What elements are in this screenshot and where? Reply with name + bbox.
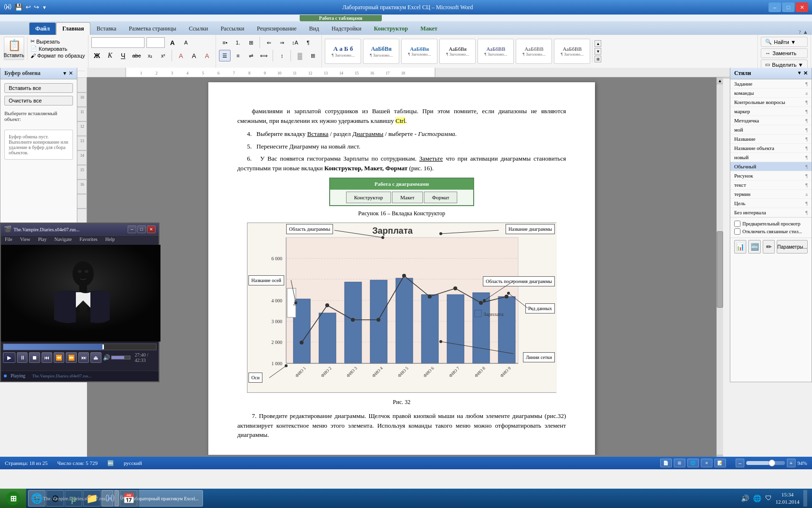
taskbar-chrome-icon[interactable]: ⊙ xyxy=(46,490,64,507)
preview-checkbox[interactable] xyxy=(734,221,740,227)
multilevel-list-button[interactable]: ⊞ xyxy=(245,37,257,48)
show-marks-button[interactable]: ¶ xyxy=(302,37,314,48)
tab-mailings[interactable]: Рассылки xyxy=(214,22,250,35)
tab-maket-sub[interactable]: Макет xyxy=(392,192,422,204)
minimize-button[interactable]: – xyxy=(768,2,781,12)
styles-panel-close[interactable]: ✕ xyxy=(803,70,808,76)
style-gallery-item-2[interactable]: АаБбВя ¶ Заголово... xyxy=(363,39,399,64)
style-item-название[interactable]: Название¶ xyxy=(730,134,812,144)
tab-view[interactable]: Вид xyxy=(303,22,326,35)
style-item-мой[interactable]: мой¶ xyxy=(730,125,812,134)
styles-more[interactable]: ⊞ xyxy=(594,56,601,62)
mp-menu-file[interactable]: File xyxy=(1,236,16,245)
start-button[interactable]: ⊞ xyxy=(0,489,26,508)
linked-checkbox-label[interactable]: Отключить связанные стил... xyxy=(734,228,808,235)
styles-scroll-down[interactable]: ▼ xyxy=(594,48,601,55)
style-item-термин[interactable]: терминa xyxy=(730,190,812,199)
decrease-indent-button[interactable]: ⇐ xyxy=(263,37,275,48)
view-outline-btn[interactable]: ≡ xyxy=(701,459,712,467)
tab-insert[interactable]: Вставка xyxy=(90,22,123,35)
mp-eject-btn[interactable]: ⏏ xyxy=(90,352,101,363)
style-gallery-item-6[interactable]: АаБбВВ ¶ Заголово... xyxy=(516,39,552,64)
style-item-без-интервала[interactable]: Без интервала¶ xyxy=(730,208,812,217)
style-item-рисунок[interactable]: Рисунок¶ xyxy=(730,171,812,180)
zoom-slider[interactable] xyxy=(746,461,785,465)
mp-maximize-btn[interactable]: □ xyxy=(137,225,146,233)
sort-button[interactable]: ↕A xyxy=(289,37,301,48)
quick-access-undo[interactable]: ↩ xyxy=(26,3,31,11)
clear-all-button[interactable]: Очистить все xyxy=(4,96,73,105)
style-item-команды[interactable]: командыa xyxy=(730,89,812,98)
zoom-thumb[interactable] xyxy=(768,460,775,466)
font-size-input[interactable]: 11 xyxy=(146,37,165,48)
bullets-button[interactable]: ≡• xyxy=(219,37,231,48)
borders-button[interactable]: ⊞ xyxy=(307,50,319,61)
shading-button[interactable]: ▓ xyxy=(294,50,305,61)
style-item-контрольные-вопросы[interactable]: Контрольные вопросы¶ xyxy=(730,98,812,107)
maximize-button[interactable]: □ xyxy=(782,2,795,12)
paste-button[interactable]: 📋 Вставить xyxy=(4,37,24,60)
mp-progress-bar[interactable] xyxy=(3,344,157,350)
justify-button[interactable]: ⟺ xyxy=(258,50,270,61)
styles-panel-pin[interactable]: ▼ xyxy=(797,70,802,76)
vertical-scrollbar[interactable]: ▼ ▲ xyxy=(716,77,723,462)
mp-pause-btn[interactable]: ⏸ xyxy=(17,352,28,363)
tab-page-layout[interactable]: Разметка страницы xyxy=(123,22,183,35)
taskbar-clock[interactable]: 15:34 12.01.2014 xyxy=(776,491,800,506)
mp-minimize-btn[interactable]: – xyxy=(128,225,136,233)
taskbar-icon-shield[interactable]: 🛡 xyxy=(765,494,772,502)
tab-file[interactable]: Файл xyxy=(29,22,56,35)
increase-indent-button[interactable]: ⇒ xyxy=(276,37,288,48)
clipboard-pin-button[interactable]: ▼ xyxy=(62,70,67,76)
replace-button[interactable]: ↔ Заменить xyxy=(761,48,808,58)
styles-icon-btn-1[interactable]: 📊 xyxy=(734,240,746,254)
taskbar-icon-volume[interactable]: 🔊 xyxy=(741,494,749,503)
view-full-btn[interactable]: ⊞ xyxy=(674,459,685,467)
text-effects-button[interactable]: А xyxy=(175,50,187,61)
view-draft-btn[interactable]: 📝 xyxy=(714,459,726,467)
mp-next-btn[interactable]: ⏭ xyxy=(78,352,89,363)
tab-constructor-sub[interactable]: Конструктор xyxy=(346,192,392,204)
italic-button[interactable]: К xyxy=(104,50,116,61)
mp-volume-slider[interactable] xyxy=(111,356,130,359)
line-spacing-button[interactable]: ↕ xyxy=(276,50,288,61)
scrollbar-thumb[interactable] xyxy=(717,231,723,308)
doc-scroll-area[interactable]: фамилиями и зарплатой сотрудников из Ваш… xyxy=(87,77,716,455)
show-desktop-btn[interactable] xyxy=(803,490,807,507)
tab-format-sub[interactable]: Формат xyxy=(424,192,458,204)
tab-addins[interactable]: Надстройки xyxy=(325,22,368,35)
quick-access-save[interactable]: 💾 xyxy=(14,3,23,12)
style-item-название-объекта[interactable]: Название объекта¶ xyxy=(730,144,812,153)
align-left-button[interactable]: ☰ xyxy=(219,50,231,61)
quick-access-dropdown[interactable]: ▼ xyxy=(42,5,47,10)
zoom-in-btn[interactable]: + xyxy=(787,459,796,467)
underline-button[interactable]: Ч xyxy=(117,50,129,61)
spell-check-icon[interactable]: 🔤 xyxy=(107,460,114,466)
ribbon-minimize-icon[interactable]: ▲ xyxy=(803,29,808,35)
paste-all-button[interactable]: Вставить все xyxy=(4,83,73,93)
mp-menu-view[interactable]: View xyxy=(16,236,34,245)
zoom-percent[interactable]: 94% xyxy=(798,460,807,466)
numbering-button[interactable]: 1. xyxy=(232,37,244,48)
quick-access-redo[interactable]: ↪ xyxy=(34,3,39,11)
styles-params-button[interactable]: Параметры... xyxy=(777,240,808,254)
text-highlight-button[interactable]: А xyxy=(188,50,200,61)
mp-rewind-btn[interactable]: ⏪ xyxy=(54,352,64,363)
help-icon[interactable]: ? xyxy=(798,29,801,35)
zoom-out-btn[interactable]: – xyxy=(736,459,744,467)
superscript-button[interactable]: x² xyxy=(157,50,169,61)
mp-menu-play[interactable]: Play xyxy=(34,236,51,245)
tab-home[interactable]: Главная xyxy=(56,22,90,35)
font-color-button[interactable]: А xyxy=(201,50,213,61)
style-item-методичка[interactable]: Методичка¶ xyxy=(730,116,812,125)
preview-checkbox-label[interactable]: Предварительный просмотр xyxy=(734,221,808,227)
taskbar-explorer-icon[interactable]: 📁 xyxy=(83,490,101,507)
linked-checkbox[interactable] xyxy=(734,228,740,235)
font-shrink-button[interactable]: A xyxy=(180,37,192,48)
cut-button[interactable]: ✂ Вырезать xyxy=(30,38,85,45)
taskbar-ie-icon[interactable]: 🌐 xyxy=(28,490,45,507)
find-button[interactable]: 🔍 Найти ▼ xyxy=(761,37,808,47)
font-grow-button[interactable]: A xyxy=(167,37,178,48)
styles-icon-btn-3[interactable]: ✏ xyxy=(763,240,775,254)
mp-forward-btn[interactable]: ⏩ xyxy=(66,352,76,363)
